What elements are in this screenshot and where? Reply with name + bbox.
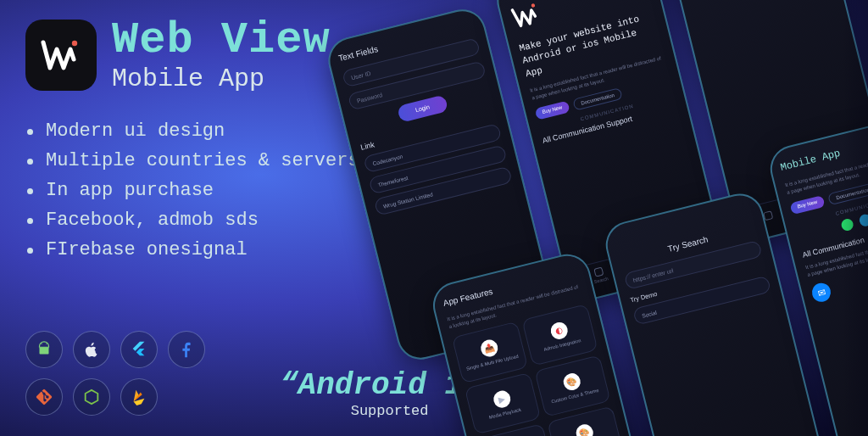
- app-logo-small: [509, 0, 543, 33]
- social-icon: [858, 213, 868, 227]
- node-icon: [73, 378, 110, 416]
- buy-button[interactable]: Buy New: [789, 195, 825, 215]
- buy-button[interactable]: Buy New: [535, 101, 570, 120]
- tab-search[interactable]: Search: [591, 266, 609, 284]
- messenger-icon: ✉: [810, 281, 833, 304]
- page-subtitle: Mobile App: [112, 66, 331, 92]
- page-title: Web View: [112, 19, 331, 63]
- platform-icon-row: [25, 331, 237, 416]
- feature-card[interactable]: ◐Admob Integration: [521, 304, 598, 366]
- svg-rect-1: [40, 347, 49, 354]
- feature-card[interactable]: 📤Single & Multi File Upload: [452, 321, 528, 383]
- facebook-icon: [168, 331, 205, 368]
- android-icon: [25, 331, 63, 368]
- git-icon: [25, 378, 63, 416]
- settings-row-rate[interactable]: ★ Rate Us›: [690, 0, 826, 2]
- social-icon: [840, 218, 854, 232]
- app-logo: [25, 20, 97, 91]
- docs-button[interactable]: Documentation: [827, 182, 868, 205]
- flutter-icon: [120, 331, 158, 368]
- svg-point-2: [531, 3, 535, 8]
- login-button[interactable]: Login: [397, 94, 448, 122]
- firebase-icon: [120, 378, 158, 416]
- apple-icon: [73, 331, 110, 368]
- svg-point-0: [72, 41, 77, 46]
- feature-card[interactable]: ▶Media Playback: [465, 372, 541, 434]
- feature-card[interactable]: 🎨Custom Color & Theme: [534, 355, 610, 416]
